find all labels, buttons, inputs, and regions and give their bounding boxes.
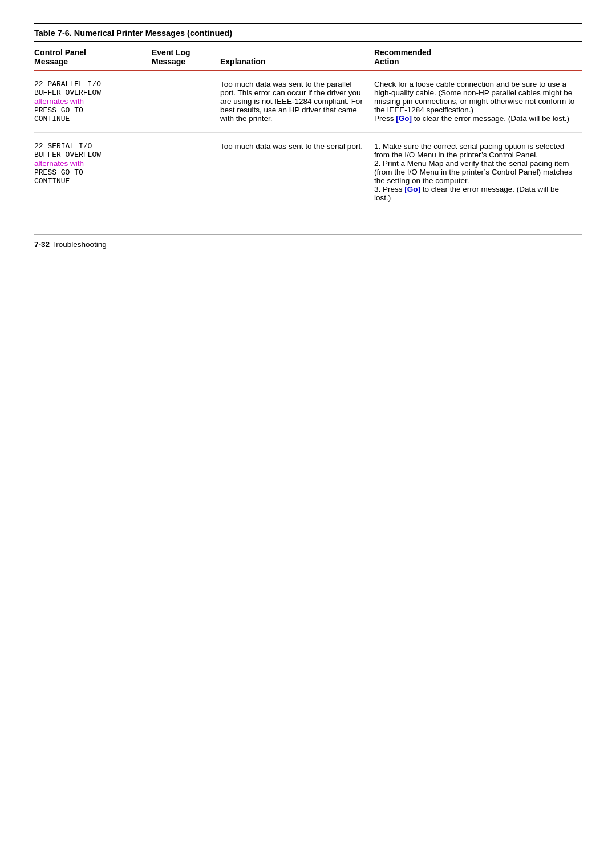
table-row: 22 PARALLEL I/OBUFFER OVERFLOWalternates… (34, 70, 582, 133)
table-title: Table 7-6. Numerical Printer Messages (c… (34, 23, 582, 42)
col-header-control-panel: Control Panel Message (34, 42, 148, 70)
table-row: 22 SERIAL I/OBUFFER OVERFLOWalternates w… (34, 133, 582, 212)
action-cell: 1. Make sure the correct serial pacing o… (371, 133, 582, 212)
col-header-event-log: Event Log Message (148, 42, 217, 70)
action-cell: Check for a loose cable connection and b… (371, 70, 582, 133)
main-table: Control Panel Message Event Log Message … (34, 42, 582, 211)
control-panel-line: 22 SERIAL I/O (34, 142, 92, 151)
control-panel-line: CONTINUE (34, 177, 70, 185)
event-log-cell (148, 133, 217, 212)
footer-page: 7-32 (34, 240, 50, 249)
control-panel-line: PRESS GO TO (34, 168, 83, 177)
control-panel-line: PRESS GO TO (34, 106, 83, 115)
footer: 7-32 Troubleshooting (34, 234, 582, 249)
alternates-with-text: alternates with (34, 159, 84, 168)
alternates-with-text: alternates with (34, 97, 84, 106)
explanation-cell: Too much data was sent to the serial por… (217, 133, 371, 212)
control-panel-line: BUFFER OVERFLOW (34, 88, 101, 97)
col-header-recommended-action: Recommended Action (371, 42, 582, 70)
control-panel-line: CONTINUE (34, 115, 70, 123)
col-header-explanation: Explanation (217, 42, 371, 70)
control-panel-cell: 22 PARALLEL I/OBUFFER OVERFLOWalternates… (34, 70, 148, 133)
event-log-cell (148, 70, 217, 133)
go-button-reference: [Go] (404, 185, 420, 193)
footer-troubleshooting: Troubleshooting (52, 240, 107, 249)
control-panel-line: 22 PARALLEL I/O (34, 80, 101, 88)
control-panel-cell: 22 SERIAL I/OBUFFER OVERFLOWalternates w… (34, 133, 148, 212)
go-button-reference: [Go] (396, 114, 412, 123)
explanation-cell: Too much data was sent to the parallel p… (217, 70, 371, 133)
table-header-row: Control Panel Message Event Log Message … (34, 42, 582, 70)
control-panel-line: BUFFER OVERFLOW (34, 151, 101, 159)
